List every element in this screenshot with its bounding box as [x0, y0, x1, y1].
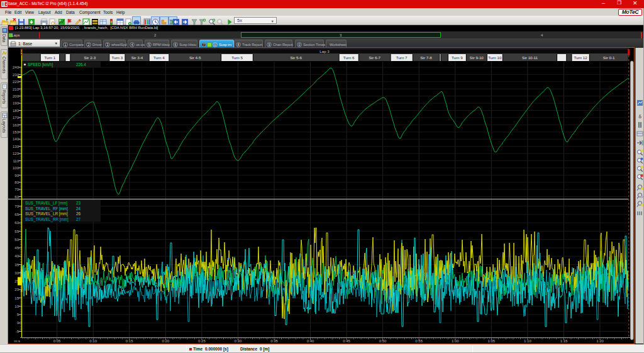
svg-text:Str 10-11: Str 10-11	[522, 55, 538, 60]
svg-text:240: 240	[13, 65, 19, 69]
svg-text:150: 150	[13, 130, 19, 134]
svg-text:130: 130	[13, 145, 19, 148]
svg-text:170: 170	[13, 116, 19, 120]
svg-text:230: 230	[13, 73, 19, 77]
svg-text:Turn 12: Turn 12	[574, 55, 588, 60]
svg-text:Str 6-7: Str 6-7	[369, 55, 380, 60]
svg-text:0:45: 0:45	[343, 339, 350, 343]
svg-text:Turn 9: Turn 9	[452, 55, 463, 60]
svg-text:120: 120	[13, 152, 19, 155]
svg-text:Str 3-4: Str 3-4	[131, 55, 143, 60]
svg-text:Turn 4: Turn 4	[153, 55, 165, 60]
svg-text:SUS_TRAVEL_LF [mm]: SUS_TRAVEL_LF [mm]	[25, 201, 67, 206]
svg-text:Turn 1: Turn 1	[45, 55, 56, 60]
svg-text:Str 2-3: Str 2-3	[84, 55, 96, 60]
svg-text:Turn 5: Turn 5	[231, 55, 243, 60]
svg-text:0:25: 0:25	[198, 339, 206, 343]
svg-text:0:10: 0:10	[89, 339, 97, 343]
svg-text:0:05: 0:05	[53, 339, 61, 343]
svg-text:26: 26	[76, 211, 81, 216]
svg-text:210: 210	[13, 87, 19, 91]
svg-text:1:05: 1:05	[487, 339, 495, 343]
svg-text:SPEED [km/h]: SPEED [km/h]	[28, 62, 53, 67]
svg-text:100: 100	[13, 166, 19, 170]
svg-text:0:20: 0:20	[162, 339, 169, 343]
svg-text:0:55: 0:55	[415, 339, 423, 343]
svg-text:200: 200	[13, 94, 19, 98]
svg-text:Turn 3: Turn 3	[112, 55, 123, 60]
svg-text:226.4: 226.4	[76, 62, 86, 67]
svg-text:0:35: 0:35	[270, 339, 278, 343]
svg-text:1:10: 1:10	[524, 339, 531, 343]
svg-text:1:00: 1:00	[452, 339, 459, 343]
svg-text:SUS_TRAVEL_RF [mm]: SUS_TRAVEL_RF [mm]	[25, 206, 68, 211]
svg-text:160: 160	[13, 123, 19, 127]
svg-text:1:20: 1:20	[596, 339, 604, 343]
svg-text:24: 24	[76, 206, 81, 211]
svg-text:Turn 6: Turn 6	[343, 55, 355, 60]
svg-text:190: 190	[13, 101, 19, 105]
svg-text:Str 9-10: Str 9-10	[470, 55, 484, 60]
svg-text:140: 140	[13, 137, 19, 141]
svg-text:0:50: 0:50	[379, 339, 387, 343]
svg-text:220: 220	[13, 80, 19, 84]
svg-text:Lap 3: Lap 3	[319, 49, 330, 53]
svg-text:180: 180	[13, 109, 19, 113]
svg-text:0:15: 0:15	[126, 339, 133, 343]
svg-text:m:s: m:s	[14, 339, 20, 343]
svg-text:23: 23	[76, 201, 81, 205]
svg-text:Str 5-6: Str 5-6	[290, 55, 302, 60]
svg-text:0:30: 0:30	[235, 339, 242, 343]
svg-text:Turn 7: Turn 7	[396, 55, 408, 60]
svg-text:Turn 10: Turn 10	[488, 55, 502, 60]
svg-text:Str 4-5: Str 4-5	[189, 55, 201, 60]
svg-text:0:40: 0:40	[307, 339, 314, 343]
svg-text:27: 27	[76, 217, 81, 221]
svg-text:Str 7-8: Str 7-8	[420, 55, 432, 60]
svg-text:SUS_TRAVEL_RR [mm]: SUS_TRAVEL_RR [mm]	[25, 217, 69, 222]
svg-text:1:15: 1:15	[560, 339, 568, 343]
svg-text:110: 110	[13, 159, 19, 163]
svg-text:SUS_TRAVEL_LR [mm]: SUS_TRAVEL_LR [mm]	[25, 211, 68, 216]
svg-text:Str 0-1: Str 0-1	[603, 55, 615, 60]
